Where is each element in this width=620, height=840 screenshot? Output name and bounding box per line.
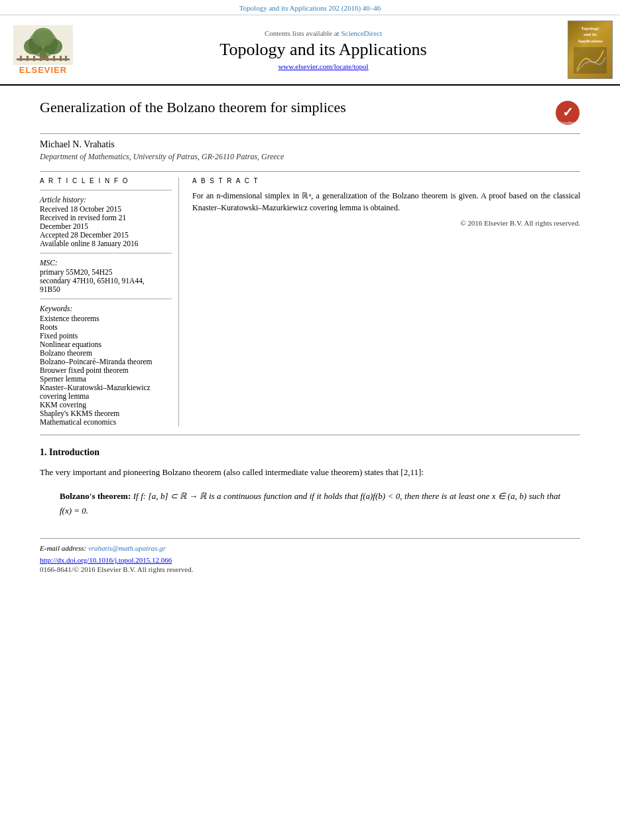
svg-text:✓: ✓ — [562, 105, 574, 119]
contents-link: Contents lists available at ScienceDirec… — [86, 29, 560, 37]
citation-bar: Topology and its Applications 202 (2016)… — [0, 0, 620, 15]
abstract-title: A B S T R A C T — [192, 177, 580, 184]
doi-link: http://dx.doi.org/10.1016/j.topol.2015.1… — [40, 556, 580, 564]
author-divider — [40, 171, 580, 172]
info-sep-3 — [40, 299, 172, 299]
theorem-text: Bolzano's theorem: If f: [a, b] ⊂ ℝ → ℝ … — [60, 489, 560, 518]
rights-text: 0166-8641/© 2016 Elsevier B.V. All right… — [40, 565, 580, 573]
keyword-9: covering lemma — [40, 392, 172, 400]
svg-rect-8 — [27, 56, 29, 61]
keyword-10: KKM covering — [40, 401, 172, 409]
msc-label: MSC: — [40, 259, 172, 267]
main-content: Generalization of the Bolzano theorem fo… — [0, 86, 620, 587]
info-abstract-section: A R T I C L E I N F O Article history: R… — [40, 177, 580, 427]
journal-center: Contents lists available at ScienceDirec… — [86, 29, 560, 70]
theorem-body: If f: [a, b] ⊂ ℝ → ℝ is a continuous fun… — [60, 491, 560, 516]
email-label: E-mail address: — [40, 544, 86, 552]
doi-anchor[interactable]: http://dx.doi.org/10.1016/j.topol.2015.1… — [40, 556, 172, 564]
info-sep-2 — [40, 253, 172, 253]
elsevier-logo: ELSEVIER — [7, 25, 80, 75]
journal-url-link[interactable]: www.elsevier.com/locate/topol — [278, 62, 368, 70]
theorem-box: Bolzano's theorem: If f: [a, b] ⊂ ℝ → ℝ … — [60, 489, 560, 518]
keyword-0: Existence theorems — [40, 315, 172, 322]
crossmark-badge: ✓ CrossMark — [555, 100, 580, 125]
article-info: A R T I C L E I N F O Article history: R… — [40, 177, 179, 427]
theorem-label: Bolzano's theorem: — [60, 491, 131, 501]
elsevier-wordmark: ELSEVIER — [19, 65, 67, 75]
keywords-label: Keywords: — [40, 305, 172, 313]
section-heading: 1. Introduction — [40, 447, 580, 458]
history-item-0: Received 18 October 2015 — [40, 205, 172, 213]
svg-rect-13 — [60, 56, 62, 61]
abstract-text: For an n-dimensional simplex in ℝⁿ, a ge… — [192, 190, 580, 214]
journal-url: www.elsevier.com/locate/topol — [86, 62, 560, 70]
svg-text:CrossMark: CrossMark — [560, 121, 576, 125]
keyword-8: Knaster–Kuratowski–Mazurkiewicz — [40, 384, 172, 391]
keyword-2: Fixed points — [40, 332, 172, 340]
citation-text: Topology and its Applications 202 (2016)… — [239, 4, 381, 12]
email-link[interactable]: vrahatis@math.upatras.gr — [88, 544, 166, 552]
history-item-2: December 2015 — [40, 222, 172, 230]
info-sep-1 — [40, 190, 172, 190]
history-item-1: Received in revised form 21 — [40, 214, 172, 222]
article-title-row: Generalization of the Bolzano theorem fo… — [40, 99, 580, 128]
keyword-4: Bolzano theorem — [40, 349, 172, 357]
keyword-7: Sperner lemma — [40, 375, 172, 383]
abstract-section: A B S T R A C T For an n-dimensional sim… — [192, 177, 580, 427]
article-title: Generalization of the Bolzano theorem fo… — [40, 99, 555, 116]
author-affiliation: Department of Mathematics, University of… — [40, 152, 580, 162]
svg-rect-9 — [33, 56, 35, 61]
science-direct-link[interactable]: ScienceDirect — [341, 29, 382, 37]
journal-thumbnail: Topologyand itsApplications — [567, 21, 613, 79]
intro-paragraph: The very important and pioneering Bolzan… — [40, 466, 580, 480]
svg-rect-7 — [20, 56, 22, 61]
thumbnail-title: Topologyand itsApplications — [578, 26, 603, 44]
history-label: Article history: — [40, 196, 172, 204]
thumbnail-box: Topologyand itsApplications — [568, 21, 613, 79]
section-num: 1. — [40, 447, 47, 457]
msc-primary: primary 55M20, 54H25 — [40, 268, 172, 276]
footnote-email: E-mail address: vrahatis@math.upatras.gr — [40, 544, 580, 552]
elsevier-emblem-icon — [13, 25, 73, 65]
msc-secondary: secondary 47H10, 65H10, 91A44, — [40, 277, 172, 285]
keyword-12: Mathematical economics — [40, 418, 172, 426]
crossmark-icon: ✓ CrossMark — [555, 100, 580, 125]
keyword-1: Roots — [40, 323, 172, 331]
journal-header: ELSEVIER Contents lists available at Sci… — [0, 15, 620, 86]
footer: E-mail address: vrahatis@math.upatras.gr… — [40, 538, 580, 573]
journal-title: Topology and its Applications — [86, 40, 560, 60]
copyright-text: © 2016 Elsevier B.V. All rights reserved… — [192, 219, 580, 227]
keyword-11: Shapley's KKMS theorem — [40, 409, 172, 417]
main-divider — [40, 435, 580, 435]
section-title-label: Introduction — [49, 447, 99, 457]
svg-rect-11 — [46, 56, 48, 61]
title-divider — [40, 133, 580, 134]
svg-rect-10 — [40, 56, 42, 61]
msc-secondary2: 91B50 — [40, 285, 172, 293]
keyword-6: Brouwer fixed point theorem — [40, 366, 172, 374]
article-info-title: A R T I C L E I N F O — [40, 177, 172, 184]
keyword-5: Bolzano–Poincaré–Miranda theorem — [40, 358, 172, 366]
history-item-4: Available online 8 January 2016 — [40, 240, 172, 247]
keyword-3: Nonlinear equations — [40, 340, 172, 348]
author-name: Michael N. Vrahatis — [40, 139, 580, 150]
history-item-3: Accepted 28 December 2015 — [40, 231, 172, 239]
svg-rect-14 — [65, 56, 67, 61]
svg-rect-12 — [53, 56, 55, 61]
svg-point-5 — [32, 28, 54, 46]
